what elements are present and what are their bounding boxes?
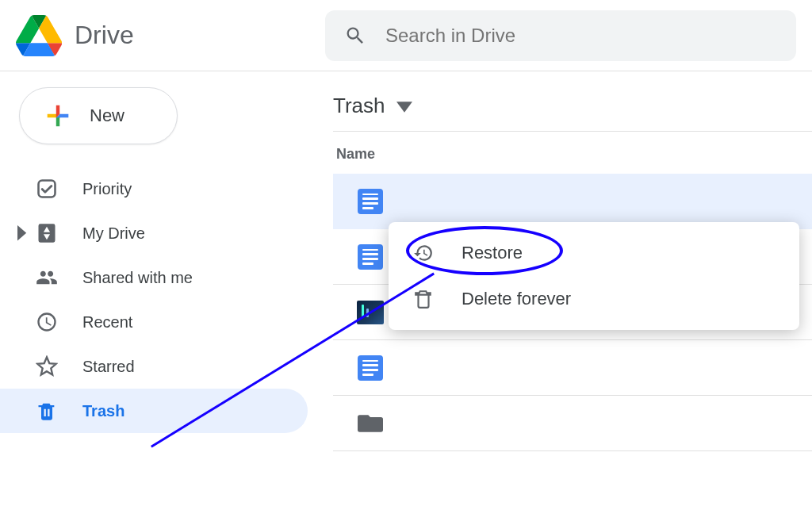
search-input[interactable] [385, 25, 777, 47]
sidebar-item-recent[interactable]: Recent [0, 300, 308, 344]
sidebar-item-my-drive[interactable]: My Drive [0, 211, 308, 255]
sidebar-item-shared[interactable]: Shared with me [0, 255, 308, 300]
sidebar-item-label: Shared with me [82, 269, 193, 287]
folder-icon [357, 410, 384, 437]
file-row[interactable] [333, 174, 812, 229]
file-row[interactable] [333, 340, 812, 396]
app-title: Drive [75, 21, 134, 50]
new-button[interactable]: New [19, 87, 178, 144]
sidebar-item-label: Trash [82, 402, 124, 420]
sidebar-item-label: Recent [82, 313, 132, 332]
search-icon [344, 25, 366, 47]
doc-icon [357, 355, 384, 381]
doc-icon [357, 188, 384, 215]
drive-logo-icon [16, 13, 62, 59]
dropdown-icon [396, 94, 412, 118]
sidebar-item-label: Priority [82, 180, 132, 198]
file-row[interactable] [333, 396, 812, 451]
sidebar-item-label: Starred [82, 358, 135, 376]
restore-icon [412, 242, 435, 264]
svg-rect-0 [39, 181, 56, 197]
doc-icon [357, 243, 384, 270]
shared-icon [35, 266, 59, 289]
page-title: Trash [333, 94, 385, 118]
restore-menu-item[interactable]: Restore [389, 230, 799, 276]
app-header: Drive [0, 0, 812, 71]
trash-icon [35, 399, 59, 423]
page-title-dropdown[interactable]: Trash [333, 87, 812, 132]
sidebar-item-starred[interactable]: Starred [0, 344, 308, 389]
plus-icon [42, 100, 74, 132]
logo-area[interactable]: Drive [16, 13, 325, 59]
sidebar: New Priority My Drive Shared with me Rec… [0, 71, 317, 506]
sidebar-item-priority[interactable]: Priority [0, 167, 308, 211]
priority-icon [35, 177, 59, 201]
sidebar-item-label: My Drive [82, 224, 145, 243]
restore-label: Restore [462, 243, 523, 263]
expand-icon [17, 225, 29, 241]
delete-icon [412, 288, 435, 310]
star-icon [35, 355, 59, 378]
recent-icon [35, 310, 59, 334]
context-menu: Restore Delete forever [389, 222, 799, 330]
image-icon [357, 299, 384, 326]
delete-forever-menu-item[interactable]: Delete forever [389, 276, 799, 322]
column-header-name[interactable]: Name [333, 132, 812, 174]
sidebar-item-trash[interactable]: Trash [0, 389, 308, 433]
search-bar[interactable] [325, 10, 796, 61]
new-button-label: New [90, 105, 124, 126]
my-drive-icon [35, 221, 59, 245]
delete-label: Delete forever [462, 289, 571, 309]
